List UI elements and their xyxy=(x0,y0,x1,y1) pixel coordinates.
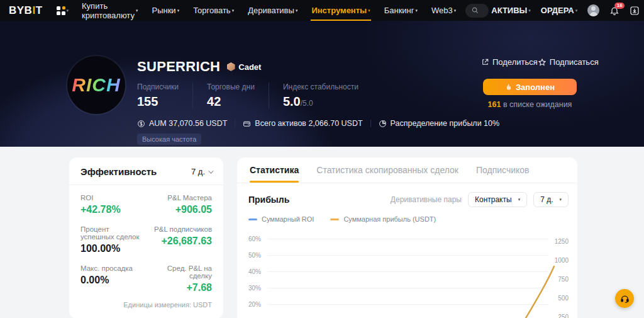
nav-item-web3[interactable]: Web3▾ xyxy=(425,0,463,21)
stat-trading-days: Торговые дни 42 xyxy=(192,82,269,109)
trader-meta: AUM 37,070.56 USDT Всего активов 2,066.7… xyxy=(137,119,499,128)
tab-copied-trades[interactable]: Статистика скопированных сделок xyxy=(316,157,458,183)
statistics-card: Статистика Статистика скопированных сдел… xyxy=(237,157,577,318)
trader-level-badge: Cadet xyxy=(226,62,261,72)
nav-item-tools[interactable]: Инструменты▾ xyxy=(304,0,377,21)
chevron-down-icon: ▾ xyxy=(575,8,578,13)
top-nav: BYBIT ▾ Купить криптовалюту▾ Рынки▾ Торг… xyxy=(0,0,644,21)
metric-win-rate: Процент успешных сделок 100.00% xyxy=(80,225,145,254)
legend-roi-swatch xyxy=(248,219,257,220)
divider xyxy=(69,185,223,185)
profile-button[interactable] xyxy=(587,4,599,16)
wallet-icon xyxy=(243,120,251,128)
total-assets-value: Всего активов 2,066.70 USDT xyxy=(243,119,362,128)
legend-profit-swatch xyxy=(330,219,339,220)
orders-menu[interactable]: ОРДЕРА▾ xyxy=(541,6,577,15)
assets-menu[interactable]: АКТИВЫ▾ xyxy=(491,6,531,15)
tab-followers[interactable]: Подписчиков xyxy=(476,157,530,183)
avatar-text: RICH xyxy=(72,74,120,96)
logo-text-2: T xyxy=(36,4,43,17)
trader-hero: RICH SUPERRICH Cadet Подписчики 155 Торг… xyxy=(0,21,644,147)
coin-search[interactable] xyxy=(465,4,489,18)
performance-title: Эффективность xyxy=(80,166,157,177)
main-menu: Купить криптовалюту▾ Рынки▾ Торговать▾ Д… xyxy=(75,0,463,21)
logo-text: BYB xyxy=(9,4,32,17)
performance-period-select[interactable]: 7 д. xyxy=(191,167,212,176)
statistics-tabs: Статистика Статистика скопированных сдел… xyxy=(237,157,577,183)
nav-item-banking[interactable]: Банкинг▾ xyxy=(377,0,425,21)
metrics-grid: ROI +42.78% P&L Мастера +906.05 Процент … xyxy=(80,194,212,293)
chevron-down-icon: ▾ xyxy=(177,8,180,13)
metric-max-drawdown: Макс. просадка 0.00% xyxy=(80,264,145,293)
chevron-down-icon: ▾ xyxy=(67,8,69,13)
chevron-down-icon: ▾ xyxy=(232,8,235,13)
trader-name: SUPERRICH xyxy=(137,59,220,75)
chevron-down-icon: ▾ xyxy=(454,8,457,13)
share-icon xyxy=(481,58,489,66)
download-app-button[interactable] xyxy=(630,6,640,16)
metric-avg-pnl: Сред. P&L на сделку +7.68 xyxy=(148,264,213,293)
legend-roi[interactable]: Суммарный ROI xyxy=(248,215,314,223)
download-icon xyxy=(630,6,640,16)
chevron-down-icon: ▾ xyxy=(416,8,418,13)
nav-item-trade[interactable]: Торговать▾ xyxy=(186,0,241,21)
chevron-down-icon: ▾ xyxy=(136,8,138,13)
stat-stability-index: Индекс стабильности 5.0/5.0 xyxy=(269,82,372,109)
chevron-down-icon: ▾ xyxy=(296,8,298,13)
pairs-label: Деривативные пары xyxy=(391,195,462,204)
dollar-circle-icon xyxy=(137,120,145,128)
aum-value: AUM 37,070.56 USDT xyxy=(137,119,227,128)
metric-master-pnl: P&L Мастера +906.05 xyxy=(148,194,213,215)
subscribe-button[interactable]: Подписаться xyxy=(538,57,599,67)
nav-item-markets[interactable]: Рынки▾ xyxy=(145,0,186,21)
support-chat-button[interactable] xyxy=(615,289,634,308)
chevron-down-icon: ▾ xyxy=(528,8,531,13)
chevron-down-icon: ▾ xyxy=(518,197,521,202)
chart-legend: Суммарный ROI Суммарная прибыль (USDT) xyxy=(248,215,569,223)
star-icon xyxy=(538,58,547,67)
stat-followers: Подписчики 155 xyxy=(137,82,192,109)
chart-period-select[interactable]: 7 д. ▾ xyxy=(533,192,569,207)
nav-item-buy-crypto[interactable]: Купить криптовалюту▾ xyxy=(75,0,145,21)
profit-line-series xyxy=(248,231,569,318)
apps-grid-icon xyxy=(57,6,65,15)
divider xyxy=(235,120,235,127)
copy-full-button[interactable]: Заполнен xyxy=(483,79,577,95)
chevron-down-icon: ▾ xyxy=(559,197,562,202)
notification-badge: 16 xyxy=(614,3,625,9)
profit-share-value: Распределение прибыли 10% xyxy=(379,119,500,128)
profit-section-title: Прибыль xyxy=(248,195,289,205)
profit-chart[interactable]: 60% 50% 40% 30% 20% 1250 1000 750 500 25… xyxy=(248,231,569,318)
trader-stats: Подписчики 155 Торговые дни 42 Индекс ст… xyxy=(137,82,372,109)
chevron-down-icon: ▾ xyxy=(368,8,370,13)
contracts-select[interactable]: Контракты ▾ xyxy=(468,192,527,207)
metric-roi: ROI +42.78% xyxy=(80,194,145,215)
flame-icon xyxy=(505,83,512,91)
pie-chart-icon xyxy=(379,120,387,128)
headset-icon xyxy=(620,294,630,304)
tab-statistics[interactable]: Статистика xyxy=(250,157,299,183)
units-footnote: Единицы измерения: USDT xyxy=(80,301,212,309)
performance-card: Эффективность 7 д. ROI +42.78% P&L Масте… xyxy=(69,157,223,318)
avatar xyxy=(587,4,599,16)
share-button[interactable]: Поделиться xyxy=(481,57,538,67)
nav-item-derivatives[interactable]: Деривативы▾ xyxy=(241,0,304,21)
divider xyxy=(370,120,371,127)
search-icon xyxy=(472,7,479,14)
metric-followers-pnl: P&L подписчиков +26,687.63 xyxy=(148,225,213,254)
strategy-tag: Высокая частота xyxy=(137,133,201,145)
chevron-down-icon xyxy=(208,168,213,173)
bybit-logo[interactable]: BYBIT xyxy=(9,4,43,17)
medal-icon xyxy=(226,62,235,71)
trader-avatar: RICH xyxy=(67,56,125,114)
apps-menu-button[interactable]: ▾ xyxy=(54,6,69,15)
notifications-button[interactable]: 16 xyxy=(609,6,619,16)
legend-profit[interactable]: Суммарная прибыль (USDT) xyxy=(330,215,436,223)
waitlist-note: 161 в списке ожидания xyxy=(465,100,594,109)
waitlist-count: 161 xyxy=(488,100,501,109)
